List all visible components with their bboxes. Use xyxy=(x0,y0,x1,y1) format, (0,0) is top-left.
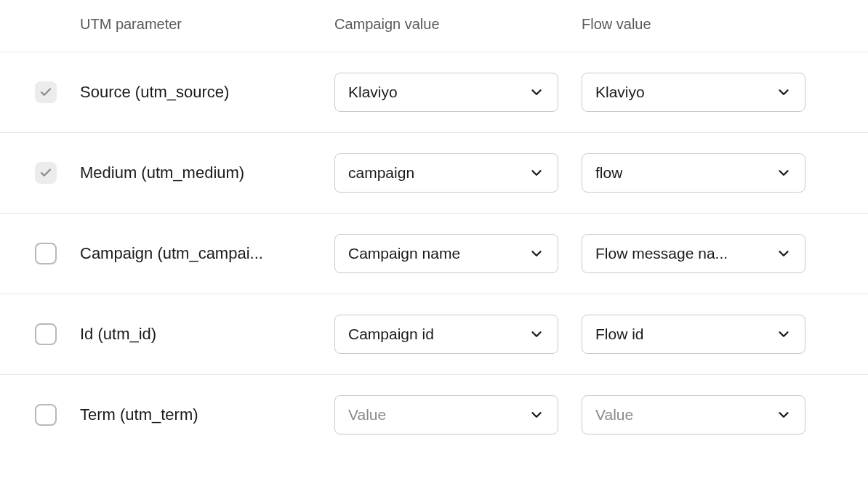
table-row: Medium (utm_medium) campaign flow xyxy=(0,133,868,214)
dropdown-text: Flow message na... xyxy=(595,245,728,262)
campaign-cell: Campaign id xyxy=(334,315,582,354)
param-label: Medium (utm_medium) xyxy=(80,163,334,182)
row-checkbox[interactable] xyxy=(35,162,57,184)
header-param: UTM parameter xyxy=(80,16,334,33)
chevron-down-icon xyxy=(776,84,792,100)
dropdown-text: Value xyxy=(348,406,386,424)
chevron-down-icon xyxy=(776,165,792,181)
chevron-down-icon xyxy=(776,246,792,262)
flow-cell: Flow id xyxy=(582,315,829,354)
chevron-down-icon xyxy=(529,246,544,262)
checkbox-cell xyxy=(0,81,80,103)
campaign-value-dropdown[interactable]: Campaign name xyxy=(334,234,558,273)
table-row: Campaign (utm_campai... Campaign name Fl… xyxy=(0,214,868,294)
param-label: Source (utm_source) xyxy=(80,83,334,102)
dropdown-text: Campaign id xyxy=(348,326,434,343)
param-label: Term (utm_term) xyxy=(80,405,334,424)
header-flow: Flow value xyxy=(582,16,829,33)
utm-table: UTM parameter Campaign value Flow value … xyxy=(0,0,868,455)
flow-cell: flow xyxy=(582,153,829,193)
dropdown-text: Campaign name xyxy=(348,245,460,262)
chevron-down-icon xyxy=(529,407,544,423)
header-campaign: Campaign value xyxy=(334,16,582,33)
table-row: Source (utm_source) Klaviyo Klaviyo xyxy=(0,52,868,133)
chevron-down-icon xyxy=(529,165,544,181)
dropdown-text: Flow id xyxy=(595,326,644,343)
row-checkbox[interactable] xyxy=(35,81,57,103)
check-icon xyxy=(39,166,52,179)
table-header-row: UTM parameter Campaign value Flow value xyxy=(0,0,868,52)
campaign-cell: Campaign name xyxy=(334,234,582,273)
flow-value-dropdown[interactable]: Flow id xyxy=(582,315,805,354)
chevron-down-icon xyxy=(529,326,544,342)
dropdown-text: campaign xyxy=(348,164,414,182)
table-row: Id (utm_id) Campaign id Flow id xyxy=(0,294,868,375)
campaign-value-dropdown[interactable]: campaign xyxy=(334,153,558,193)
param-label: Campaign (utm_campai... xyxy=(80,244,334,263)
checkbox-cell xyxy=(0,323,80,345)
check-icon xyxy=(39,86,52,99)
flow-value-dropdown[interactable]: flow xyxy=(582,153,805,193)
checkbox-cell xyxy=(0,404,80,426)
chevron-down-icon xyxy=(776,407,792,423)
chevron-down-icon xyxy=(776,326,792,342)
chevron-down-icon xyxy=(529,84,544,100)
campaign-cell: campaign xyxy=(334,153,582,193)
campaign-value-dropdown[interactable]: Campaign id xyxy=(334,315,558,354)
dropdown-text: Klaviyo xyxy=(595,84,645,101)
flow-cell: Flow message na... xyxy=(582,234,829,273)
dropdown-text: flow xyxy=(595,164,622,182)
flow-value-dropdown[interactable]: Klaviyo xyxy=(582,73,805,112)
dropdown-text: Value xyxy=(595,406,633,424)
flow-cell: Klaviyo xyxy=(582,73,829,112)
flow-cell: Value xyxy=(582,395,829,434)
flow-value-dropdown[interactable]: Flow message na... xyxy=(582,234,805,273)
checkbox-cell xyxy=(0,162,80,184)
campaign-value-dropdown[interactable]: Value xyxy=(334,395,558,434)
row-checkbox[interactable] xyxy=(35,323,57,345)
dropdown-text: Klaviyo xyxy=(348,84,398,101)
checkbox-cell xyxy=(0,243,80,264)
campaign-value-dropdown[interactable]: Klaviyo xyxy=(334,73,558,112)
param-label: Id (utm_id) xyxy=(80,325,334,344)
row-checkbox[interactable] xyxy=(35,243,57,264)
campaign-cell: Value xyxy=(334,395,582,434)
row-checkbox[interactable] xyxy=(35,404,57,426)
flow-value-dropdown[interactable]: Value xyxy=(582,395,805,434)
table-row: Term (utm_term) Value Value xyxy=(0,375,868,455)
campaign-cell: Klaviyo xyxy=(334,73,582,112)
